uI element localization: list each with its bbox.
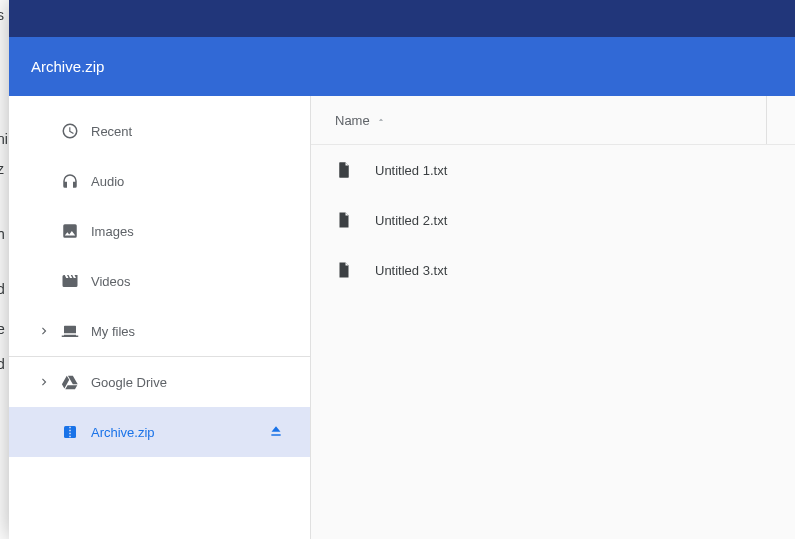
file-list-panel: Name Untitled 1.txt Untitled 2 [311,96,795,539]
sidebar-item-label: Audio [91,174,124,189]
sort-ascending-icon [376,115,386,125]
file-icon [335,261,353,279]
window-topbar [9,0,795,37]
file-icon [335,161,353,179]
file-list: Untitled 1.txt Untitled 2.txt Untitled 3… [311,145,795,295]
sidebar-item-audio[interactable]: Audio [9,156,310,206]
archive-icon [61,423,79,441]
window-body: Recent Audio Images [9,96,795,539]
file-row[interactable]: Untitled 1.txt [311,145,795,195]
column-separator [766,96,767,144]
files-app-window: Archive.zip Recent Audio [9,0,795,539]
sidebar-item-label: Recent [91,124,132,139]
sidebar-item-videos[interactable]: Videos [9,256,310,306]
svg-rect-4 [69,436,71,438]
svg-rect-3 [69,433,71,435]
sidebar-item-images[interactable]: Images [9,206,310,256]
sidebar-item-label: Archive.zip [91,425,155,440]
clock-icon [61,122,79,140]
headphones-icon [61,172,79,190]
chevron-right-icon [35,322,53,340]
svg-rect-2 [69,430,71,432]
sidebar-item-myfiles[interactable]: My files [9,306,310,356]
sidebar-item-archive[interactable]: Archive.zip [9,407,310,457]
window-title: Archive.zip [31,58,104,75]
chevron-right-icon [35,373,53,391]
window-titlebar: Archive.zip [9,37,795,96]
svg-rect-1 [69,427,71,429]
sidebar-item-label: Google Drive [91,375,167,390]
sidebar-item-label: Images [91,224,134,239]
file-name: Untitled 1.txt [375,163,447,178]
sidebar: Recent Audio Images [9,96,311,539]
sidebar-item-googledrive[interactable]: Google Drive [9,357,310,407]
file-name: Untitled 3.txt [375,263,447,278]
column-name-label: Name [335,113,370,128]
file-row[interactable]: Untitled 2.txt [311,195,795,245]
file-row[interactable]: Untitled 3.txt [311,245,795,295]
column-header[interactable]: Name [311,96,795,145]
sidebar-item-recent[interactable]: Recent [9,106,310,156]
sidebar-item-label: Videos [91,274,131,289]
file-icon [335,211,353,229]
laptop-icon [61,322,79,340]
drive-icon [61,373,79,391]
background-text-fragments: s ni z h d e d [0,0,9,539]
video-icon [61,272,79,290]
eject-icon[interactable] [268,423,286,441]
file-name: Untitled 2.txt [375,213,447,228]
image-icon [61,222,79,240]
sidebar-item-label: My files [91,324,135,339]
